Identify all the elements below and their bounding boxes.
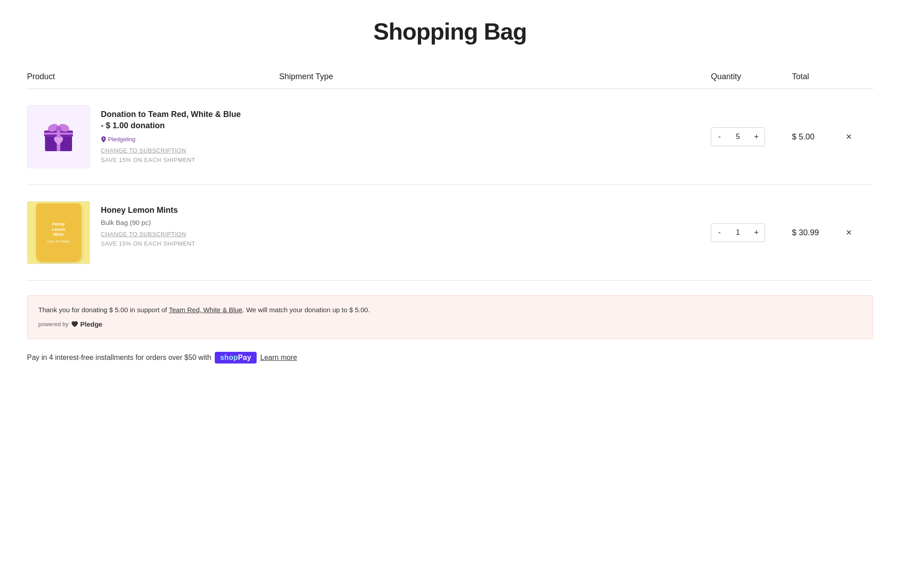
shoppay-badge: shopPay (215, 352, 257, 364)
change-subscription-1[interactable]: CHANGE TO SUBSCRIPTION (101, 147, 245, 154)
price-1: $ 5.00 (792, 132, 846, 142)
col-header-shipment: Shipment Type (279, 72, 711, 81)
increase-qty-2[interactable]: + (748, 224, 764, 242)
save-text-1: SAVE 15% ON EACH SHIPMENT (101, 157, 245, 163)
pledge-heart-icon (71, 321, 78, 328)
pledgeling-gift-icon (41, 119, 77, 155)
col-header-total: Total (792, 72, 846, 81)
remove-item-1[interactable]: × (846, 131, 852, 143)
pledge-logo: Pledge (71, 319, 102, 330)
increase-qty-1[interactable]: + (748, 128, 764, 146)
remove-cell-2: × (846, 227, 873, 238)
pledge-label: Pledge (80, 319, 102, 330)
page-title: Shopping Bag (27, 18, 873, 45)
pledgeling-label: Pledgeling (108, 136, 136, 143)
product-cell-1: Donation to Team Red, White & Blue - $ 1… (27, 105, 279, 168)
quantity-control-2: - 1 + (711, 223, 765, 242)
product-info-1: Donation to Team Red, White & Blue - $ 1… (101, 105, 245, 163)
donation-text-before: Thank you for donating $ 5.00 in support… (38, 306, 169, 314)
save-text-2: SAVE 15% ON EACH SHIPMENT (101, 240, 195, 247)
shoppay-banner: Pay in 4 interest-free installments for … (27, 352, 873, 364)
pay-label: Pay (238, 354, 251, 361)
change-subscription-2[interactable]: CHANGE TO SUBSCRIPTION (101, 231, 195, 238)
pledgeling-brand: Pledgeling (101, 136, 245, 143)
col-header-quantity: Quantity (711, 72, 792, 81)
product-name-2: Honey Lemon Mints (101, 205, 195, 216)
pledgeling-pin-icon (101, 136, 106, 143)
price-2: $ 30.99 (792, 228, 846, 238)
product-variant-2: Bulk Bag (90 pc) (101, 219, 195, 226)
svg-rect-3 (44, 133, 73, 135)
donation-text-after: . We will match your donation up to $ 5.… (242, 306, 370, 314)
product-cell-2: HoneyLemonMints Corn & Clarity Honey Lem… (27, 201, 279, 264)
learn-more-link[interactable]: Learn more (260, 354, 297, 362)
donation-banner: Thank you for donating $ 5.00 in support… (27, 295, 873, 339)
svg-point-6 (56, 126, 61, 131)
donation-text: Thank you for donating $ 5.00 in support… (38, 305, 862, 315)
donation-link[interactable]: Team Red, White & Blue (169, 306, 242, 314)
qty-value-2: 1 (728, 229, 748, 237)
product-info-2: Honey Lemon Mints Bulk Bag (90 pc) CHANG… (101, 201, 195, 247)
shoppay-text-before: Pay in 4 interest-free installments for … (27, 354, 211, 362)
col-header-remove (846, 72, 873, 81)
product-name-1: Donation to Team Red, White & Blue - $ 1… (101, 109, 245, 131)
remove-item-2[interactable]: × (846, 227, 852, 238)
powered-by-label: powered by (38, 320, 68, 329)
cart-item-1: Donation to Team Red, White & Blue - $ 1… (27, 89, 873, 185)
qty-value-1: 5 (728, 133, 748, 141)
product-image-2: HoneyLemonMints Corn & Clarity (27, 201, 90, 264)
honey-bag-mockup: HoneyLemonMints Corn & Clarity (36, 203, 81, 262)
cart-item-2: HoneyLemonMints Corn & Clarity Honey Lem… (27, 185, 873, 281)
shop-label: shop (220, 354, 238, 361)
decrease-qty-2[interactable]: - (711, 224, 728, 242)
pledge-powered: powered by Pledge (38, 319, 862, 330)
table-header: Product Shipment Type Quantity Total (27, 72, 873, 89)
decrease-qty-1[interactable]: - (711, 128, 728, 146)
product-image-1 (27, 105, 90, 168)
col-header-product: Product (27, 72, 279, 81)
quantity-control-1: - 5 + (711, 127, 765, 146)
remove-cell-1: × (846, 131, 873, 143)
